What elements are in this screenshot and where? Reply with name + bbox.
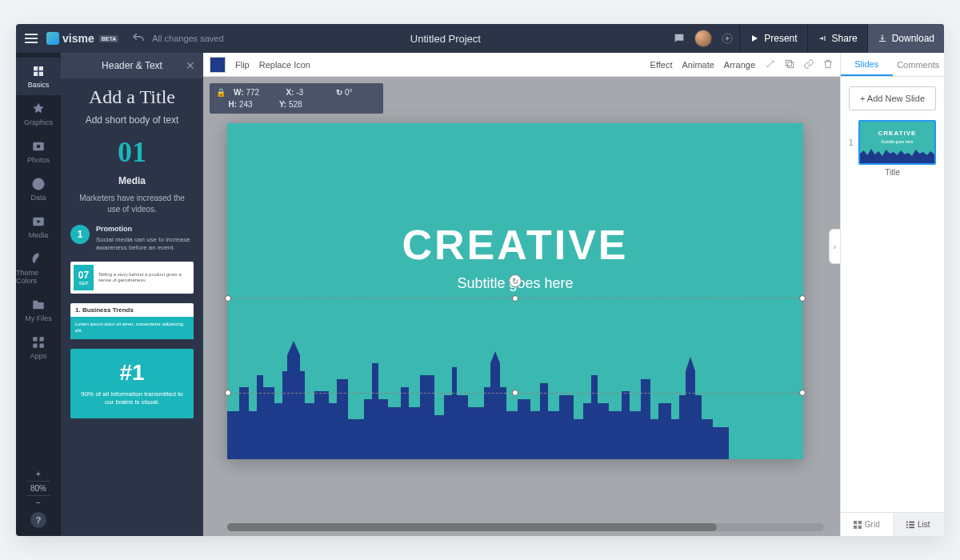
svg-rect-7 (40, 344, 44, 348)
skyline-graphic[interactable] (227, 331, 803, 459)
canvas[interactable]: 🔒 W: 772X: -3↻ 0° H: 243Y: 528 CREATIVE … (203, 77, 840, 536)
svg-rect-9 (786, 60, 791, 66)
template-promotion[interactable]: 1 PromotionSocial media can use to incre… (70, 225, 194, 252)
chat-icon[interactable] (667, 24, 691, 53)
zoom-control[interactable]: + 80% − (26, 470, 50, 507)
share-button[interactable]: Share (807, 24, 867, 53)
svg-rect-10 (854, 521, 857, 524)
menu-button[interactable] (16, 38, 46, 39)
template-number[interactable]: 01 (70, 135, 194, 169)
slide-subtitle-text[interactable]: Subtitle goes here (227, 275, 803, 292)
undo-icon[interactable] (131, 31, 146, 46)
project-title[interactable]: Untitled Project (224, 33, 668, 45)
animate-button[interactable]: Animate (682, 60, 714, 70)
add-user-icon[interactable] (715, 24, 739, 53)
svg-rect-8 (788, 62, 794, 67)
rail-photos[interactable]: Photos (16, 133, 61, 170)
svg-rect-15 (909, 521, 914, 522)
rail-my-files[interactable]: My Files (16, 291, 61, 329)
close-panel-icon[interactable]: ✕ (186, 59, 195, 72)
flip-button[interactable]: Flip (235, 60, 250, 70)
trash-icon[interactable] (822, 58, 834, 71)
slide-number: 1 (849, 138, 855, 147)
magic-wand-icon[interactable] (765, 58, 776, 71)
svg-rect-5 (40, 337, 44, 341)
view-list-button[interactable]: List (893, 513, 945, 536)
template-media-text[interactable]: Marketers have increased the use of vide… (70, 193, 194, 215)
rail-graphics[interactable]: Graphics (16, 95, 61, 133)
rail-theme-colors[interactable]: Theme Colors (16, 246, 61, 291)
horizontal-scrollbar[interactable] (227, 523, 824, 531)
save-status: All changes saved (152, 34, 223, 43)
template-title[interactable]: Add a Title (70, 86, 194, 108)
svg-point-2 (37, 145, 41, 149)
template-subtitle[interactable]: Add short body of text (70, 114, 194, 126)
add-slide-button[interactable]: + Add New Slide (849, 86, 936, 110)
svg-rect-18 (906, 526, 908, 528)
link-icon[interactable] (803, 58, 814, 71)
template-business-card[interactable]: 1. Business Trends Lorem ipsum dolor sit… (70, 303, 194, 339)
beta-badge: BETA (99, 35, 119, 42)
template-stat-card[interactable]: #1 90% of all information transmitted to… (70, 349, 194, 418)
rail-data[interactable]: Data (16, 170, 61, 208)
context-toolbar: Flip Replace Icon Effect Animate Arrange (203, 53, 840, 77)
slide-title-text[interactable]: CREATIVE (227, 221, 803, 269)
rail-basics[interactable]: Basics (16, 58, 61, 95)
svg-rect-13 (858, 525, 862, 528)
user-avatar[interactable] (691, 24, 715, 53)
view-grid-button[interactable]: Grid (841, 513, 893, 536)
svg-rect-6 (33, 344, 37, 348)
brand-logo[interactable]: visme BETA (46, 32, 118, 45)
template-date-card[interactable]: 07SEP Telling a story behind a product g… (70, 262, 194, 294)
svg-rect-16 (906, 524, 908, 526)
slide-canvas[interactable]: CREATIVE Subtitle goes here (227, 123, 803, 459)
brand-name: visme (62, 32, 94, 45)
collapse-right-panel-tab[interactable]: › (829, 229, 840, 264)
svg-rect-14 (906, 521, 908, 522)
svg-rect-19 (909, 526, 914, 528)
fill-color-swatch[interactable] (210, 57, 226, 73)
arrange-button[interactable]: Arrange (724, 60, 755, 70)
effect-button[interactable]: Effect (650, 60, 673, 70)
svg-rect-11 (858, 521, 862, 524)
duplicate-icon[interactable] (784, 58, 795, 71)
left-rail: Basics Graphics Photos Data Media Theme … (16, 53, 61, 536)
template-media-heading[interactable]: Media (70, 175, 194, 186)
tab-slides[interactable]: Slides (841, 53, 893, 76)
promo-badge: 1 (70, 225, 90, 244)
replace-icon-button[interactable]: Replace Icon (259, 60, 310, 70)
svg-rect-17 (909, 524, 914, 526)
thumbnail-label: Title (841, 168, 944, 177)
download-button[interactable]: Download (867, 24, 944, 53)
right-panel: Slides Comments + Add New Slide 1 CREATI… (840, 53, 944, 536)
panel-header: Header & Text ✕ (61, 53, 203, 78)
rail-media[interactable]: Media (16, 208, 61, 246)
logo-mark-icon (46, 32, 59, 45)
svg-rect-12 (854, 525, 857, 528)
help-button[interactable]: ? (30, 512, 46, 528)
present-button[interactable]: Present (739, 24, 806, 53)
dimensions-badge: 🔒 W: 772X: -3↻ 0° H: 243Y: 528 (210, 83, 383, 114)
svg-rect-4 (33, 337, 37, 341)
slide-thumbnail[interactable]: CREATIVE Subtitle goes here (858, 120, 936, 165)
rail-apps[interactable]: Apps (16, 329, 61, 366)
tab-comments[interactable]: Comments (893, 53, 945, 76)
templates-panel: Header & Text ✕ Add a Title Add short bo… (61, 53, 203, 536)
